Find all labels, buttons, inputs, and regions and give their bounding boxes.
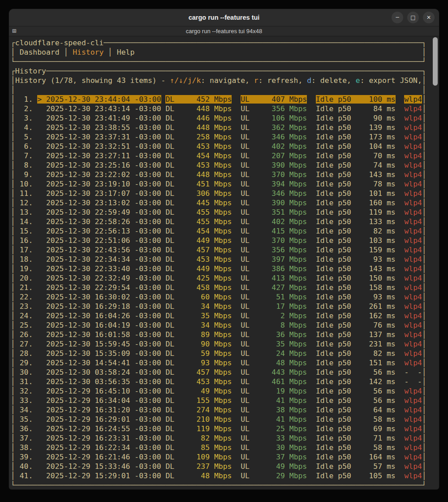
history-row-5[interactable]: │ 5. 2025-12-30 23:37:31 -03:00 DL 258 M… (11, 132, 426, 142)
history-row-10[interactable]: │ 10. 2025-12-30 23:19:10 -03:00 DL 451 … (11, 179, 426, 189)
ping-label: Idle p50 (316, 274, 351, 282)
history-row-28[interactable]: │ 28. 2025-12-30 15:35:09 -03:00 DL 59 M… (11, 349, 426, 358)
interface-name: wlp4 (404, 95, 422, 104)
tab-title[interactable]: cargo run --features tui 94x48 (186, 28, 263, 35)
text-span (161, 462, 166, 471)
history-row-13[interactable]: │ 13. 2025-12-30 22:59:49 -03:00 DL 455 … (11, 208, 426, 217)
ul-value: 48 Mbps (250, 359, 307, 367)
minimize-button[interactable]: ─ (392, 12, 403, 23)
ul-value: 415 Mbps (250, 227, 307, 235)
history-row-36[interactable]: │ 36. 2025-12-29 16:24:55 -03:00 DL 119 … (11, 424, 426, 433)
history-row-41[interactable]: │ 41. 2025-12-29 15:29:01 -03:00 DL 48 M… (11, 471, 426, 480)
history-row-30[interactable]: │ 30. 2025-12-30 03:58:24 -03:00 DL 457 … (11, 368, 426, 377)
text-span (232, 246, 241, 254)
history-row-2[interactable]: │ 2. 2025-12-30 23:43:14 -03:00 DL 448 M… (11, 104, 426, 113)
text-span (396, 302, 405, 311)
text-span (161, 180, 166, 188)
history-row-39[interactable]: │ 39. 2025-12-29 16:21:46 -03:00 DL 109 … (11, 452, 426, 462)
row-number: 34. (15, 406, 37, 414)
row-timestamp: 2025-12-30 23:41:49 -03:00 (37, 114, 161, 122)
text-span (232, 180, 241, 188)
history-row-11[interactable]: │ 11. 2025-12-30 23:17:07 -03:00 DL 306 … (11, 189, 426, 198)
dl-value: 48 Mbps (174, 472, 232, 480)
history-row-12[interactable]: │ 12. 2025-12-30 23:13:02 -03:00 DL 445 … (11, 198, 426, 208)
ul-label: UL (241, 208, 250, 216)
history-row-29[interactable]: │ 29. 2025-12-30 14:54:41 -03:00 DL 93 M… (11, 358, 426, 368)
ul-value: 2 Mbps (250, 312, 307, 320)
history-row-37[interactable]: │ 37. 2025-12-29 16:23:31 -03:00 DL 82 M… (11, 433, 426, 443)
text-span (307, 151, 316, 160)
history-row-32[interactable]: │ 32. 2025-12-29 16:45:10 -03:00 DL 49 M… (11, 386, 426, 396)
text-span (232, 377, 241, 386)
history-row-18[interactable]: │ 18. 2025-12-30 22:34:34 -03:00 DL 453 … (11, 255, 426, 264)
history-row-1[interactable]: │ 1. > 2025-12-30 23:44:04 -03:00 DL 452… (11, 95, 426, 104)
dl-label: DL (165, 274, 174, 282)
ping-label: Idle p50 (316, 321, 351, 329)
text-span (232, 396, 241, 405)
grid-icon[interactable]: ⊞ (12, 26, 16, 36)
ping-value: 143 ms (351, 170, 396, 179)
history-row-26[interactable]: │ 26. 2025-12-30 16:01:58 -03:00 DL 89 M… (11, 330, 426, 339)
history-row-21[interactable]: │ 21. 2025-12-30 22:29:54 -03:00 DL 458 … (11, 283, 426, 292)
text-span (232, 274, 241, 282)
terminal-window: cargo run --features tui ─ □ ✕ ⊞ cargo r… (9, 9, 439, 489)
scrollbar[interactable] (432, 36, 439, 489)
history-row-19[interactable]: │ 19. 2025-12-30 22:33:40 -03:00 DL 449 … (11, 264, 426, 273)
maximize-icon: □ (410, 14, 415, 21)
history-row-24[interactable]: │ 24. 2025-12-30 16:04:26 -03:00 DL 35 M… (11, 311, 426, 320)
box-border: │ (422, 472, 426, 480)
history-row-17[interactable]: │ 17. 2025-12-30 22:43:56 -03:00 DL 457 … (11, 245, 426, 255)
history-row-22[interactable]: │ 22. 2025-12-30 16:30:02 -03:00 DL 60 M… (11, 292, 426, 302)
close-button[interactable]: ✕ (423, 12, 435, 23)
history-row-7[interactable]: │ 7. 2025-12-30 23:27:11 -03:00 DL 454 M… (11, 151, 426, 160)
history-row-16[interactable]: │ 16. 2025-12-30 22:51:06 -03:00 DL 449 … (11, 236, 426, 245)
text-span (134, 48, 422, 56)
ping-label: Idle p50 (316, 133, 351, 141)
history-row-34[interactable]: │ 34. 2025-12-29 16:31:20 -03:00 DL 274 … (11, 405, 426, 415)
history-row-27[interactable]: │ 27. 2025-12-30 15:59:45 -03:00 DL 90 M… (11, 339, 426, 349)
history-row-6[interactable]: │ 6. 2025-12-30 23:32:51 -03:00 DL 453 M… (11, 142, 426, 151)
tab-help[interactable]: Help (117, 48, 134, 56)
history-row-38[interactable]: │ 38. 2025-12-29 16:22:34 -03:00 DL 85 M… (11, 443, 426, 452)
box-border: └───────────────────────────────────────… (11, 57, 426, 66)
maximize-button[interactable]: □ (407, 12, 419, 23)
ping-value: 93 ms (351, 293, 396, 301)
history-row-14[interactable]: │ 14. 2025-12-30 22:58:26 -03:00 DL 455 … (11, 217, 426, 226)
tab-dashboard[interactable]: Dashboard (20, 48, 60, 56)
text-span (396, 415, 405, 424)
history-row-35[interactable]: │ 35. 2025-12-29 16:29:01 -03:00 DL 210 … (11, 415, 426, 424)
dl-label: DL (165, 246, 174, 254)
scrollbar-thumb[interactable] (433, 37, 438, 86)
text-span (232, 114, 241, 122)
text-span (161, 312, 166, 320)
row-number: 18. (15, 255, 37, 264)
history-row-23[interactable]: │ 23. 2025-12-30 16:29:18 -03:00 DL 34 M… (11, 302, 426, 311)
ping-value: 76 ms (351, 321, 396, 329)
box-border: │ (11, 217, 15, 226)
history-row-9[interactable]: │ 9. 2025-12-30 23:22:02 -03:00 DL 448 M… (11, 170, 426, 179)
history-row-40[interactable]: │ 40. 2025-12-29 15:33:46 -03:00 DL 237 … (11, 462, 426, 471)
terminal-content[interactable]: ┌cloudflare-speed-cli───────────────────… (11, 38, 426, 489)
text-span (307, 377, 316, 386)
text-span (232, 236, 241, 245)
history-row-4[interactable]: │ 4. 2025-12-30 23:38:55 -03:00 DL 448 M… (11, 123, 426, 132)
history-row-31[interactable]: │ 31. 2025-12-30 03:56:35 -03:00 DL 453 … (11, 377, 426, 386)
text-span (396, 227, 405, 235)
tab-history[interactable]: History (73, 48, 103, 56)
history-row-33[interactable]: │ 33. 2025-12-29 16:34:04 -03:00 DL 155 … (11, 396, 426, 405)
dl-value: 453 Mbps (174, 377, 232, 386)
titlebar[interactable]: cargo run --features tui ─ □ ✕ (9, 9, 439, 26)
text-span (307, 434, 316, 442)
text-span (307, 330, 316, 339)
history-row-20[interactable]: │ 20. 2025-12-30 22:32:49 -03:00 DL 425 … (11, 273, 426, 283)
ul-label: UL (241, 114, 250, 122)
history-row-25[interactable]: │ 25. 2025-12-30 16:04:19 -03:00 DL 34 M… (11, 320, 426, 330)
ping-label: Idle p50 (316, 264, 351, 273)
history-row-3[interactable]: │ 3. 2025-12-30 23:41:49 -03:00 DL 446 M… (11, 113, 426, 123)
history-row-15[interactable]: │ 15. 2025-12-30 22:56:13 -03:00 DL 454 … (11, 226, 426, 236)
text-span (232, 264, 241, 273)
ul-label: UL (241, 104, 250, 113)
box-border: │ │ (11, 86, 426, 94)
text-span (307, 189, 316, 198)
history-row-8[interactable]: │ 8. 2025-12-30 23:25:16 -03:00 DL 453 M… (11, 160, 426, 170)
